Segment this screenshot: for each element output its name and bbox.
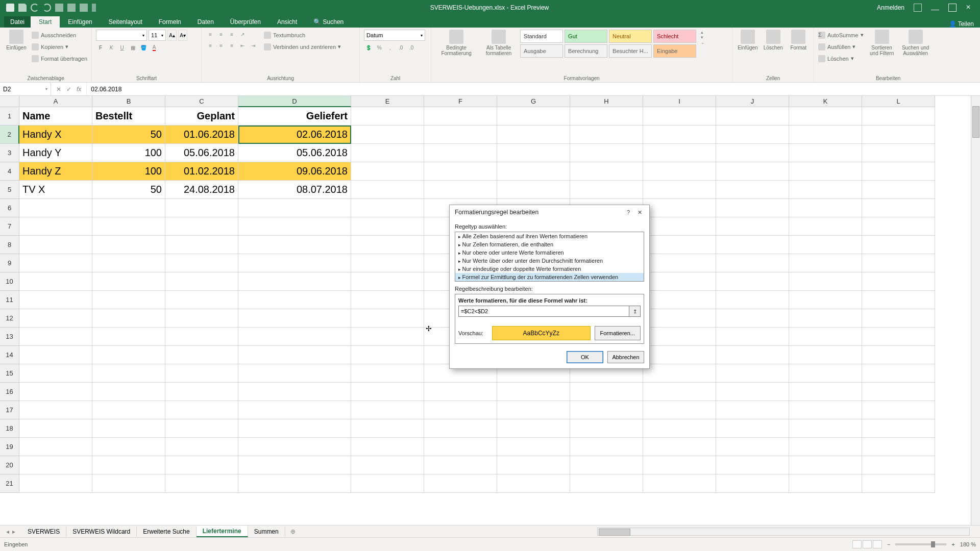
- rule-formula-input[interactable]: [458, 306, 629, 317]
- cell-E4[interactable]: [351, 162, 424, 181]
- style-neutral[interactable]: Neutral: [609, 30, 652, 43]
- cell-B8[interactable]: [92, 236, 165, 254]
- cell-H4[interactable]: [570, 162, 643, 181]
- cell-D17[interactable]: [238, 401, 351, 419]
- formula-input[interactable]: 02.06.2018: [87, 83, 980, 95]
- cell-K8[interactable]: [789, 236, 862, 254]
- cell-B6[interactable]: [92, 199, 165, 217]
- cell-D11[interactable]: [238, 291, 351, 309]
- cell-J15[interactable]: [716, 364, 789, 383]
- zoom-out-button[interactable]: −: [887, 541, 890, 547]
- search-box[interactable]: 🔍 Suchen: [305, 16, 352, 28]
- cell-I15[interactable]: [643, 364, 716, 383]
- cell-I3[interactable]: [643, 144, 716, 162]
- cell-A17[interactable]: [19, 401, 92, 419]
- ruletype-option[interactable]: Nur eindeutige oder doppelte Werte forma…: [455, 265, 644, 273]
- cell-D2[interactable]: 02.06.2018: [238, 126, 351, 144]
- format-as-table-button[interactable]: Als Tabelle formatieren: [480, 30, 517, 56]
- style-standard[interactable]: Standard: [520, 30, 563, 43]
- cell-A19[interactable]: [19, 438, 92, 456]
- border-button[interactable]: ▦: [128, 43, 137, 52]
- delete-cells-button[interactable]: Löschen: [762, 30, 785, 51]
- cell-K19[interactable]: [789, 438, 862, 456]
- cell-B14[interactable]: [92, 346, 165, 364]
- style-schlecht[interactable]: Schlecht: [653, 30, 696, 43]
- cell-E19[interactable]: [351, 438, 424, 456]
- cell-C18[interactable]: [165, 419, 238, 438]
- copy-button[interactable]: Kopieren ▾: [32, 41, 87, 52]
- cell-L2[interactable]: [862, 126, 935, 144]
- cell-L15[interactable]: [862, 364, 935, 383]
- cell-C14[interactable]: [165, 346, 238, 364]
- cell-I6[interactable]: [643, 199, 716, 217]
- cell-A4[interactable]: Handy Z: [19, 162, 92, 181]
- bold-button[interactable]: F: [96, 43, 105, 52]
- cancel-button[interactable]: Abbrechen: [607, 351, 644, 363]
- zoom-slider[interactable]: [895, 543, 946, 545]
- cell-C13[interactable]: [165, 328, 238, 346]
- cell-H17[interactable]: [570, 401, 643, 419]
- cell-B1[interactable]: Bestellt: [92, 107, 165, 126]
- cell-L8[interactable]: [862, 236, 935, 254]
- cell-D14[interactable]: [238, 346, 351, 364]
- fx-icon[interactable]: fx: [77, 86, 81, 93]
- col-header-C[interactable]: C: [165, 96, 238, 107]
- cell-L4[interactable]: [862, 162, 935, 181]
- ruletype-option[interactable]: Nur obere oder untere Werte formatieren: [455, 248, 644, 257]
- conditional-formatting-button[interactable]: Bedingte Formatierung: [435, 30, 477, 56]
- add-sheet-button[interactable]: ⊕: [285, 528, 301, 535]
- cell-D8[interactable]: [238, 236, 351, 254]
- gallery-down-icon[interactable]: ▾: [701, 35, 705, 40]
- cell-A7[interactable]: [19, 217, 92, 236]
- minimize-icon[interactable]: [931, 10, 939, 10]
- sheet-tab-active[interactable]: Liefertermine: [197, 526, 248, 537]
- fill-color-button[interactable]: 🪣: [139, 43, 148, 52]
- save-icon[interactable]: [18, 4, 27, 12]
- number-format-select[interactable]: Datum▾: [364, 30, 425, 41]
- cancel-formula-icon[interactable]: ✕: [56, 86, 61, 93]
- row-header[interactable]: 6: [0, 199, 19, 217]
- sheet-nav-prev-icon[interactable]: ▸: [12, 528, 15, 535]
- cell-L17[interactable]: [862, 401, 935, 419]
- range-selector-button[interactable]: ↥: [629, 306, 641, 317]
- zoom-level[interactable]: 180 %: [960, 541, 976, 547]
- cell-D20[interactable]: [238, 456, 351, 474]
- ruletype-option[interactable]: Nur Zellen formatieren, die enthalten: [455, 240, 644, 248]
- name-box[interactable]: D2▾: [0, 83, 51, 95]
- cell-J7[interactable]: [716, 217, 789, 236]
- cell-B5[interactable]: 50: [92, 181, 165, 199]
- cell-H20[interactable]: [570, 456, 643, 474]
- cell-L5[interactable]: [862, 181, 935, 199]
- cell-I1[interactable]: [643, 107, 716, 126]
- style-berechnung[interactable]: Berechnung: [565, 44, 607, 58]
- qat-btn-icon[interactable]: [80, 4, 88, 12]
- col-header-B[interactable]: B: [92, 96, 165, 107]
- cell-F17[interactable]: [424, 401, 497, 419]
- cell-J5[interactable]: [716, 181, 789, 199]
- sheet-nav-first-icon[interactable]: ◂: [6, 528, 9, 535]
- ok-button[interactable]: OK: [567, 351, 603, 363]
- cell-C8[interactable]: [165, 236, 238, 254]
- cell-J8[interactable]: [716, 236, 789, 254]
- wrap-text-button[interactable]: Textumbruch: [264, 30, 341, 40]
- format-button[interactable]: Formatieren...: [595, 326, 641, 340]
- cell-E7[interactable]: [351, 217, 424, 236]
- cell-J6[interactable]: [716, 199, 789, 217]
- row-header[interactable]: 21: [0, 474, 19, 493]
- cell-H21[interactable]: [570, 474, 643, 493]
- row-header[interactable]: 4: [0, 162, 19, 181]
- cell-C20[interactable]: [165, 456, 238, 474]
- row-header[interactable]: 16: [0, 383, 19, 401]
- row-header[interactable]: 11: [0, 291, 19, 309]
- cell-I13[interactable]: [643, 328, 716, 346]
- cell-C4[interactable]: 01.02.2018: [165, 162, 238, 181]
- align-middle-icon[interactable]: ≡: [216, 30, 226, 39]
- cell-J12[interactable]: [716, 309, 789, 328]
- autosum-button[interactable]: ΣAutoSumme ▾: [818, 30, 864, 40]
- cell-C19[interactable]: [165, 438, 238, 456]
- cell-I18[interactable]: [643, 419, 716, 438]
- cell-F18[interactable]: [424, 419, 497, 438]
- dialog-close-button[interactable]: ✕: [634, 207, 645, 218]
- cell-A18[interactable]: [19, 419, 92, 438]
- share-button[interactable]: 👤 Teilen: [949, 20, 974, 28]
